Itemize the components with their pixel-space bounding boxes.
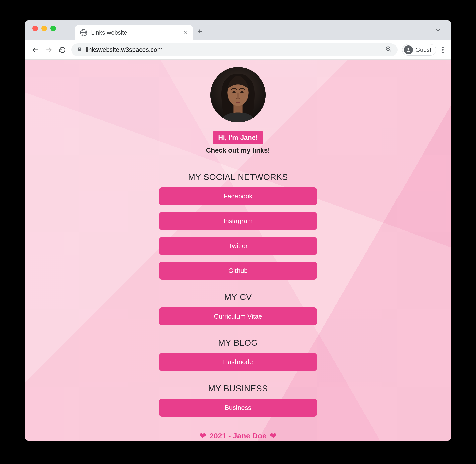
link-instagram[interactable]: Instagram [159, 212, 317, 230]
link-twitter[interactable]: Twitter [159, 237, 317, 255]
link-facebook[interactable]: Facebook [159, 187, 317, 205]
window-controls [32, 26, 56, 31]
subtitle-text: Check out my links! [206, 147, 270, 154]
browser-window: Links website × + linkswebsite.w3spaces.… [25, 20, 451, 441]
section-heading-social: MY SOCIAL NETWORKS [188, 172, 288, 182]
address-bar: linkswebsite.w3spaces.com Guest [25, 40, 451, 60]
link-github[interactable]: Github [159, 262, 317, 280]
tab-strip: Links website × + [25, 20, 451, 40]
tabs-dropdown-icon[interactable] [435, 27, 441, 35]
close-window-icon[interactable] [32, 26, 38, 31]
link-business[interactable]: Business [159, 399, 317, 417]
tab-title: Links website [91, 29, 180, 36]
svg-line-3 [389, 50, 391, 52]
heart-icon: ❤ [199, 431, 206, 441]
section-heading-cv: MY CV [224, 292, 252, 302]
maximize-window-icon[interactable] [50, 26, 56, 31]
profile-chip[interactable]: Guest [402, 44, 436, 56]
greeting-text: Hi, I'm Jane! [218, 134, 258, 141]
link-cv[interactable]: Curriculum Vitae [159, 307, 317, 325]
profile-label: Guest [415, 46, 431, 53]
minimize-window-icon[interactable] [41, 26, 47, 31]
reload-button[interactable] [58, 45, 67, 54]
heart-icon: ❤ [270, 431, 277, 441]
svg-point-9 [232, 91, 236, 93]
page-content: Hi, I'm Jane! Check out my links! MY SOC… [25, 60, 451, 441]
profile-avatar [210, 67, 266, 122]
section-heading-business: MY BUSINESS [208, 383, 268, 393]
new-tab-button[interactable]: + [197, 27, 202, 36]
url-text: linkswebsite.w3spaces.com [86, 46, 382, 53]
svg-point-5 [407, 48, 409, 50]
avatar-icon [404, 45, 413, 54]
link-hashnode[interactable]: Hashnode [159, 353, 317, 371]
tab-close-icon[interactable]: × [184, 29, 188, 37]
globe-icon [80, 29, 87, 36]
lock-icon [77, 46, 82, 53]
greeting-badge: Hi, I'm Jane! [213, 131, 263, 144]
footer-text: 2021 - Jane Doe [210, 432, 267, 440]
zoom-icon[interactable] [385, 46, 392, 54]
forward-button[interactable] [44, 45, 53, 54]
back-button[interactable] [31, 45, 40, 54]
svg-point-10 [240, 91, 244, 93]
footer: ❤ 2021 - Jane Doe ❤ [199, 431, 277, 441]
url-field[interactable]: linkswebsite.w3spaces.com [71, 43, 398, 56]
section-heading-blog: MY BLOG [218, 338, 258, 348]
menu-button[interactable] [441, 45, 445, 55]
browser-tab[interactable]: Links website × [75, 25, 193, 40]
